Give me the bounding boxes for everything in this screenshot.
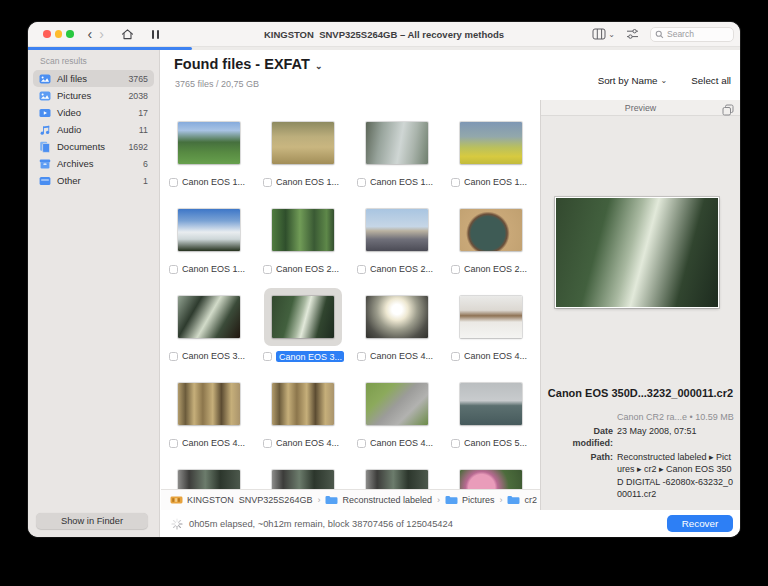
file-checkbox[interactable] xyxy=(451,265,460,274)
file-checkbox[interactable] xyxy=(263,265,272,274)
file-thumbnail[interactable] xyxy=(170,201,248,259)
file-cell[interactable]: Canon EOS 4... xyxy=(444,288,538,375)
file-thumbnail[interactable] xyxy=(264,462,342,489)
file-cell[interactable]: Canon EOS 4... xyxy=(256,375,350,462)
sidebar-header: Scan results xyxy=(40,56,159,66)
file-cell[interactable]: Canon EOS 5... xyxy=(444,375,538,462)
file-checkbox[interactable] xyxy=(169,178,178,187)
file-thumbnail[interactable] xyxy=(452,288,530,346)
file-thumbnail[interactable] xyxy=(264,375,342,433)
file-label: Canon EOS 2... xyxy=(276,264,339,274)
file-thumbnail[interactable] xyxy=(264,288,342,346)
search-input[interactable] xyxy=(667,29,727,39)
minimize-window-button[interactable] xyxy=(55,30,63,38)
file-cell[interactable]: Canon EOS 2... xyxy=(444,201,538,288)
copy-preview-icon[interactable] xyxy=(722,102,734,114)
sidebar-item-all-files[interactable]: All files 3765 xyxy=(33,70,154,87)
sidebar-item-archives[interactable]: Archives 6 xyxy=(33,155,154,172)
video-icon xyxy=(39,107,51,119)
file-cell[interactable]: Canon EOS 4... xyxy=(350,375,444,462)
file-checkbox[interactable] xyxy=(169,265,178,274)
view-mode-button[interactable]: ⌄ xyxy=(592,28,615,40)
file-thumbnail[interactable] xyxy=(170,462,248,489)
breadcrumb-separator: › xyxy=(317,495,320,505)
file-thumbnail[interactable] xyxy=(452,201,530,259)
file-cell[interactable] xyxy=(350,462,444,489)
file-cell[interactable]: Canon EOS 2... xyxy=(256,201,350,288)
recover-button[interactable]: Recover xyxy=(667,515,733,532)
file-checkbox[interactable] xyxy=(263,178,272,187)
chevron-down-icon: ⌄ xyxy=(661,76,668,85)
file-cell[interactable]: Canon EOS 4... xyxy=(162,375,256,462)
file-checkbox[interactable] xyxy=(451,178,460,187)
sidebar-item-audio[interactable]: Audio 11 xyxy=(33,121,154,138)
back-icon[interactable]: ‹ xyxy=(88,29,93,39)
home-icon[interactable] xyxy=(121,28,134,40)
file-label: Canon EOS 1... xyxy=(370,177,433,187)
file-thumbnail[interactable] xyxy=(170,288,248,346)
filter-settings-icon[interactable] xyxy=(626,28,639,40)
close-window-button[interactable] xyxy=(43,30,51,38)
pause-scan-icon[interactable] xyxy=(152,30,159,39)
file-thumbnail[interactable] xyxy=(170,375,248,433)
preview-metadata: Canon CR2 ra...e • 10.59 MB Date modifie… xyxy=(551,411,735,501)
file-cell[interactable]: Canon EOS 1... xyxy=(162,114,256,201)
drive-icon xyxy=(170,495,183,505)
sidebar-item-pictures[interactable]: Pictures 2038 xyxy=(33,87,154,104)
page-title[interactable]: Found files - EXFAT ⌄ xyxy=(174,56,322,72)
breadcrumb-item[interactable]: Reconstructed labeled xyxy=(325,495,432,505)
file-thumbnail[interactable] xyxy=(358,201,436,259)
file-thumbnail[interactable] xyxy=(264,201,342,259)
file-thumbnail[interactable] xyxy=(452,375,530,433)
file-cell[interactable]: Canon EOS 2... xyxy=(350,201,444,288)
file-cell[interactable]: Canon EOS 3... xyxy=(256,288,350,375)
file-checkbox[interactable] xyxy=(357,178,366,187)
scan-status-text: 0h05m elapsed, ~0h12m remain, block 3870… xyxy=(189,519,453,529)
file-thumbnail[interactable] xyxy=(358,114,436,172)
file-cell[interactable]: Canon EOS 1... xyxy=(256,114,350,201)
forward-icon[interactable]: › xyxy=(99,29,104,39)
file-label: Canon EOS 1... xyxy=(182,177,245,187)
file-cell[interactable]: Canon EOS 1... xyxy=(162,201,256,288)
zoom-window-button[interactable] xyxy=(66,30,74,38)
file-checkbox[interactable] xyxy=(357,265,366,274)
search-field[interactable] xyxy=(650,27,734,42)
file-cell[interactable] xyxy=(256,462,350,489)
preview-image[interactable] xyxy=(555,197,719,308)
file-checkbox[interactable] xyxy=(357,439,366,448)
sidebar-item-documents[interactable]: Documents 1692 xyxy=(33,138,154,155)
sidebar-item-video[interactable]: Video 17 xyxy=(33,104,154,121)
file-label: Canon EOS 2... xyxy=(370,264,433,274)
file-checkbox[interactable] xyxy=(263,352,272,361)
all-files-icon xyxy=(39,73,51,85)
window-title: KINGSTON SNVP325S264GB – All recovery me… xyxy=(264,29,504,40)
file-cell[interactable] xyxy=(444,462,538,489)
file-checkbox[interactable] xyxy=(451,439,460,448)
file-checkbox[interactable] xyxy=(169,439,178,448)
file-thumbnail[interactable] xyxy=(358,375,436,433)
file-thumbnail[interactable] xyxy=(170,114,248,172)
file-cell[interactable] xyxy=(162,462,256,489)
file-thumbnail[interactable] xyxy=(358,462,436,489)
breadcrumb-item[interactable]: KINGSTON SNVP325S264GB xyxy=(170,495,312,505)
file-thumbnail[interactable] xyxy=(264,114,342,172)
file-cell[interactable]: Canon EOS 4... xyxy=(350,288,444,375)
breadcrumb-separator: › xyxy=(499,495,502,505)
file-cell[interactable]: Canon EOS 1... xyxy=(350,114,444,201)
file-thumbnail[interactable] xyxy=(452,462,530,489)
sidebar-item-other[interactable]: Other 1 xyxy=(33,172,154,189)
sort-by-dropdown[interactable]: Sort by Name ⌄ xyxy=(598,75,668,86)
file-thumbnail[interactable] xyxy=(452,114,530,172)
file-checkbox[interactable] xyxy=(451,352,460,361)
file-cell[interactable]: Canon EOS 3... xyxy=(162,288,256,375)
show-in-finder-button[interactable]: Show in Finder xyxy=(36,513,148,529)
breadcrumb-item[interactable]: cr2 xyxy=(507,495,537,505)
select-all-button[interactable]: Select all xyxy=(691,75,731,86)
file-checkbox[interactable] xyxy=(263,439,272,448)
file-thumbnail[interactable] xyxy=(358,288,436,346)
file-cell[interactable]: Canon EOS 1... xyxy=(444,114,538,201)
preview-panel: Preview Canon EOS 350D...3232_000011.cr2… xyxy=(540,100,740,510)
file-checkbox[interactable] xyxy=(169,352,178,361)
file-checkbox[interactable] xyxy=(357,352,366,361)
breadcrumb-item[interactable]: Pictures xyxy=(445,495,495,505)
